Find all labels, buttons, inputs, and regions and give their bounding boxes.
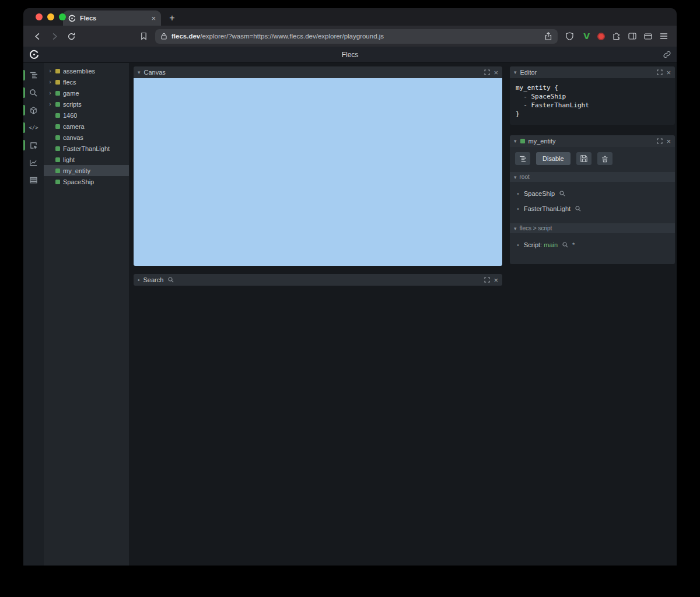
search-panel-header[interactable]: • Search × bbox=[134, 274, 502, 286]
expand-icon[interactable] bbox=[657, 138, 663, 144]
expand-icon[interactable] bbox=[484, 277, 490, 283]
tree-item-canvas[interactable]: canvas bbox=[44, 132, 129, 143]
sidebar-toggle-icon[interactable] bbox=[628, 33, 636, 40]
rail-item-code[interactable]: </> bbox=[23, 120, 44, 135]
edit-script-icon[interactable]: * bbox=[572, 241, 575, 248]
tree-item-flecs[interactable]: ›flecs bbox=[44, 76, 129, 87]
reload-button[interactable] bbox=[66, 32, 76, 41]
entity-inspector-panel: ▾ my_entity × Disable bbox=[510, 135, 675, 264]
tree-item-my_entity[interactable]: my_entity bbox=[44, 165, 129, 176]
active-indicator bbox=[23, 70, 25, 80]
rail-item-entities[interactable] bbox=[23, 103, 44, 118]
wallet-icon[interactable] bbox=[644, 33, 652, 40]
tree-view-button[interactable] bbox=[515, 152, 530, 165]
close-icon[interactable]: × bbox=[666, 138, 671, 145]
chevron-down-icon[interactable]: ▾ bbox=[138, 69, 141, 75]
entity-color-square bbox=[55, 91, 60, 96]
active-indicator bbox=[23, 87, 25, 98]
canvas-panel-header[interactable]: ▾ Canvas × bbox=[134, 66, 502, 78]
forward-button[interactable] bbox=[49, 32, 60, 41]
expand-chevron-icon[interactable]: › bbox=[48, 79, 52, 85]
close-icon[interactable]: × bbox=[666, 69, 671, 76]
share-icon[interactable] bbox=[545, 32, 552, 40]
rail-item-tree[interactable] bbox=[23, 68, 44, 83]
section-header[interactable]: ▾root bbox=[510, 172, 675, 182]
search-icon[interactable] bbox=[575, 206, 581, 212]
entity-color-square bbox=[55, 69, 60, 73]
bookmark-icon[interactable] bbox=[138, 32, 149, 40]
address-bar[interactable]: flecs.dev/explorer/?wasm=https://www.fle… bbox=[155, 29, 558, 44]
tree-item-1460[interactable]: 1460 bbox=[44, 110, 129, 121]
delete-button[interactable] bbox=[597, 152, 612, 165]
tree-item-FasterThanLight[interactable]: FasterThanLight bbox=[44, 143, 129, 154]
v-extension-icon[interactable]: V bbox=[583, 31, 590, 41]
tree-item-game[interactable]: ›game bbox=[44, 87, 129, 99]
rail-item-search[interactable] bbox=[23, 85, 44, 100]
browser-tab[interactable]: Flecs × bbox=[63, 10, 161, 26]
entity-color-square bbox=[55, 135, 60, 140]
close-icon[interactable]: × bbox=[494, 69, 498, 76]
editor-code[interactable]: my_entity { - SpaceShip - FasterThanLigh… bbox=[510, 78, 675, 125]
code-line: my_entity { bbox=[516, 83, 669, 92]
bullet-icon: • bbox=[516, 191, 520, 197]
component-name: SpaceShip bbox=[524, 190, 555, 197]
puzzle-icon[interactable] bbox=[612, 32, 621, 40]
close-window-button[interactable] bbox=[36, 13, 43, 20]
section-header[interactable]: ▾flecs > script bbox=[510, 223, 675, 233]
expand-icon[interactable] bbox=[484, 69, 490, 75]
webgl-canvas[interactable] bbox=[134, 78, 502, 266]
expand-icon[interactable] bbox=[657, 69, 663, 75]
chevron-down-icon[interactable]: ▾ bbox=[514, 138, 517, 144]
search-icon[interactable] bbox=[559, 191, 565, 196]
editor-panel-header[interactable]: ▾ Editor × bbox=[510, 66, 675, 78]
active-indicator bbox=[23, 140, 25, 150]
zoom-window-button[interactable] bbox=[59, 13, 66, 20]
collapsed-indicator-icon[interactable]: • bbox=[138, 277, 140, 283]
minimize-window-button[interactable] bbox=[47, 13, 54, 20]
rail-item-logs[interactable] bbox=[23, 173, 44, 188]
active-indicator bbox=[23, 105, 25, 115]
tree-item-light[interactable]: light bbox=[44, 154, 129, 165]
rail-item-stats[interactable] bbox=[23, 155, 44, 170]
expand-chevron-icon[interactable]: › bbox=[48, 90, 52, 96]
expand-chevron-icon[interactable]: › bbox=[48, 101, 52, 107]
red-extension-icon[interactable] bbox=[597, 33, 605, 40]
tree-item-camera[interactable]: camera bbox=[44, 121, 129, 132]
code-line: - SpaceShip bbox=[516, 92, 669, 101]
rail-item-inspector[interactable] bbox=[23, 138, 44, 153]
permalink-icon[interactable] bbox=[663, 51, 671, 58]
flecs-logo-icon[interactable] bbox=[29, 50, 39, 59]
new-tab-button[interactable]: + bbox=[164, 10, 180, 26]
entity-color-square bbox=[55, 113, 60, 118]
section-title: flecs > script bbox=[520, 225, 552, 231]
menu-icon[interactable] bbox=[660, 33, 668, 39]
bullet-icon: • bbox=[516, 242, 520, 248]
disable-button[interactable]: Disable bbox=[536, 152, 570, 165]
close-icon[interactable]: × bbox=[494, 276, 498, 284]
entity-sections: ▾root•SpaceShip•FasterThanLight▾flecs > … bbox=[510, 172, 675, 257]
save-button[interactable] bbox=[576, 152, 592, 165]
expand-chevron-icon[interactable]: › bbox=[48, 68, 52, 74]
back-button[interactable] bbox=[32, 32, 43, 41]
traffic-lights bbox=[36, 13, 66, 20]
search-icon[interactable] bbox=[562, 242, 568, 248]
search-icon bbox=[168, 277, 174, 283]
entity-color-square bbox=[55, 157, 60, 162]
tree-item-scripts[interactable]: ›scripts bbox=[44, 99, 129, 110]
tree-item-label: light bbox=[63, 156, 75, 163]
tree-item-SpaceShip[interactable]: SpaceShip bbox=[44, 176, 129, 187]
browser-window: Flecs × + flecs.dev/explorer/?wasm=https… bbox=[23, 8, 677, 566]
editor-panel: ▾ Editor × my_entity { - SpaceShip - Fas… bbox=[510, 66, 675, 125]
canvas-panel: ▾ Canvas × bbox=[134, 66, 502, 266]
tree-item-assemblies[interactable]: ›assemblies bbox=[44, 65, 129, 76]
shield-icon[interactable] bbox=[564, 32, 575, 40]
chevron-down-icon[interactable]: ▾ bbox=[514, 69, 517, 75]
entity-color-square bbox=[55, 168, 60, 173]
entities-icon bbox=[30, 107, 37, 114]
browser-toolbar: flecs.dev/explorer/?wasm=https://www.fle… bbox=[23, 26, 677, 47]
code-icon: </> bbox=[29, 125, 38, 131]
app-main: </> ›assemblies›flecs›game›scripts1460ca… bbox=[23, 63, 677, 566]
code-line: - FasterThanLight bbox=[516, 101, 669, 110]
entity-panel-header[interactable]: ▾ my_entity × bbox=[510, 135, 675, 147]
tab-close-icon[interactable]: × bbox=[151, 15, 156, 22]
